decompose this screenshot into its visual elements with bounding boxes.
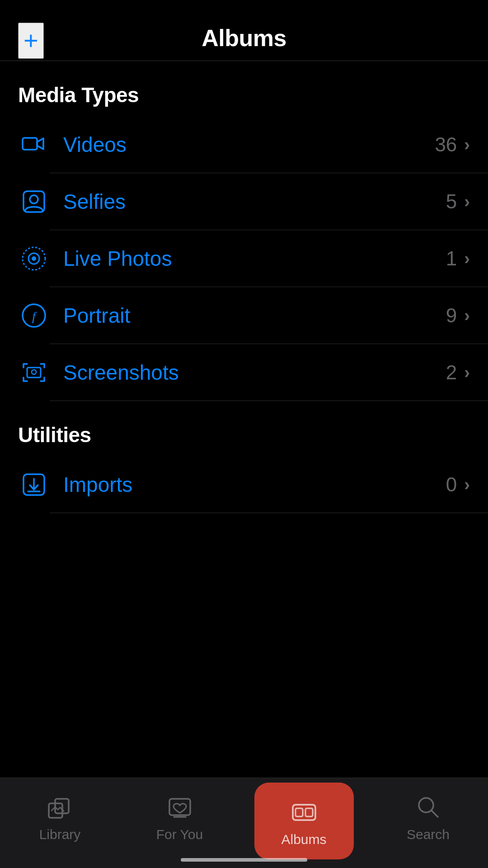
tab-bar: Library For You Albums	[0, 778, 488, 868]
screenshots-item[interactable]: Screenshots 2 ›	[0, 344, 488, 401]
portrait-icon: f	[18, 300, 50, 331]
svg-rect-16	[305, 808, 313, 816]
tab-search[interactable]: Search	[383, 787, 474, 842]
selfies-chevron: ›	[464, 192, 470, 212]
library-tab-icon	[44, 792, 76, 823]
screenshots-label: Screenshots	[63, 360, 446, 385]
selfies-count: 5	[446, 190, 457, 213]
header: + Albums	[0, 0, 488, 61]
albums-tab-label: Albums	[281, 832, 326, 847]
search-tab-label: Search	[407, 827, 450, 842]
live-photo-icon	[18, 243, 50, 274]
tab-library[interactable]: Library	[15, 787, 105, 842]
imports-count: 0	[446, 473, 457, 496]
albums-tab-icon	[288, 797, 320, 828]
live-photos-item[interactable]: Live Photos 1 ›	[0, 230, 488, 287]
selfie-icon	[18, 186, 50, 217]
svg-rect-8	[27, 368, 41, 377]
imports-item[interactable]: Imports 0 ›	[0, 456, 488, 513]
svg-point-2	[30, 195, 38, 203]
portrait-item[interactable]: f Portrait 9 ›	[0, 287, 488, 344]
videos-label: Videos	[63, 132, 435, 157]
videos-item[interactable]: Videos 36 ›	[0, 116, 488, 173]
svg-rect-0	[23, 138, 37, 150]
live-photos-chevron: ›	[464, 249, 470, 269]
library-tab-label: Library	[39, 827, 81, 842]
video-icon	[18, 129, 50, 160]
svg-rect-15	[296, 808, 303, 816]
media-types-section: Media Types Videos 36 › Selfies 5 ›	[0, 61, 488, 401]
search-tab-icon	[413, 792, 444, 823]
add-album-button[interactable]: +	[18, 23, 44, 59]
utilities-section: Utilities Imports 0 ›	[0, 401, 488, 513]
for-you-tab-label: For You	[156, 827, 203, 842]
tab-albums[interactable]: Albums	[254, 783, 354, 859]
svg-point-5	[32, 256, 36, 261]
for-you-tab-icon	[164, 792, 196, 823]
selfies-label: Selfies	[63, 189, 446, 214]
svg-text:f: f	[32, 309, 37, 323]
portrait-chevron: ›	[464, 306, 470, 326]
media-types-heading: Media Types	[0, 61, 488, 116]
svg-point-9	[32, 370, 36, 374]
live-photos-label: Live Photos	[63, 246, 446, 271]
live-photos-count: 1	[446, 247, 457, 270]
selfies-item[interactable]: Selfies 5 ›	[0, 173, 488, 230]
imports-label: Imports	[63, 472, 446, 497]
screenshots-chevron: ›	[464, 363, 470, 382]
utilities-heading: Utilities	[0, 401, 488, 456]
home-indicator	[181, 858, 307, 862]
videos-chevron: ›	[464, 135, 470, 155]
tab-for-you[interactable]: For You	[135, 787, 225, 842]
portrait-count: 9	[446, 304, 457, 327]
screenshot-icon	[18, 357, 50, 388]
imports-chevron: ›	[464, 475, 470, 495]
portrait-label: Portrait	[63, 303, 446, 328]
page-title: Albums	[202, 24, 286, 52]
videos-count: 36	[435, 133, 457, 156]
import-icon	[18, 469, 50, 500]
screenshots-count: 2	[446, 361, 457, 384]
